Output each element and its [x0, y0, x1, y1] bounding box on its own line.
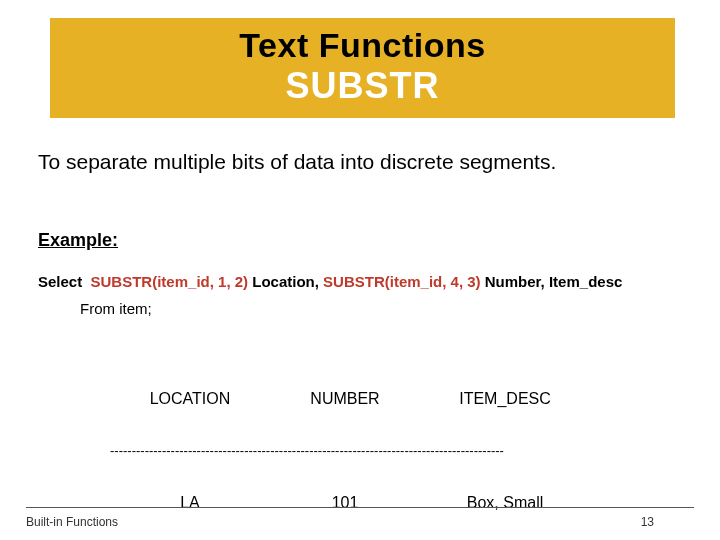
footer-divider [26, 507, 694, 508]
select-keyword: Select [38, 273, 91, 290]
table-cell: 101 [270, 494, 420, 512]
table-separator: ----------------------------------------… [110, 444, 590, 458]
table-header: NUMBER [270, 390, 420, 408]
from-rest: item; [115, 300, 152, 317]
from-keyword: From [80, 300, 115, 317]
table-row: LA 101 Box, Small [110, 494, 590, 512]
title-line-2: SUBSTR [50, 65, 675, 107]
table-header: LOCATION [110, 390, 270, 408]
result-table: LOCATION NUMBER ITEM_DESC --------------… [110, 354, 590, 540]
sql-query-line-1: Select SUBSTR(item_id, 1, 2) Location, S… [38, 273, 622, 290]
table-cell: LA [110, 494, 270, 512]
table-cell: Box, Small [420, 494, 590, 512]
example-heading: Example: [38, 230, 118, 251]
sql-query-line-2: From item; [80, 300, 152, 317]
substr-call-2: SUBSTR(item_id, 4, 3) [323, 273, 481, 290]
title-line-1: Text Functions [50, 26, 675, 65]
title-banner: Text Functions SUBSTR [50, 18, 675, 118]
table-header: ITEM_DESC [420, 390, 590, 408]
footer-left-text: Built-in Functions [26, 515, 118, 529]
slide: Text Functions SUBSTR To separate multip… [0, 0, 720, 540]
substr-call-1: SUBSTR(item_id, 1, 2) [91, 273, 249, 290]
query-text-2: Number, Item_desc [481, 273, 623, 290]
query-text-1: Location, [248, 273, 323, 290]
page-number: 13 [641, 515, 654, 529]
table-header-row: LOCATION NUMBER ITEM_DESC [110, 390, 590, 408]
description-text: To separate multiple bits of data into d… [38, 150, 556, 174]
